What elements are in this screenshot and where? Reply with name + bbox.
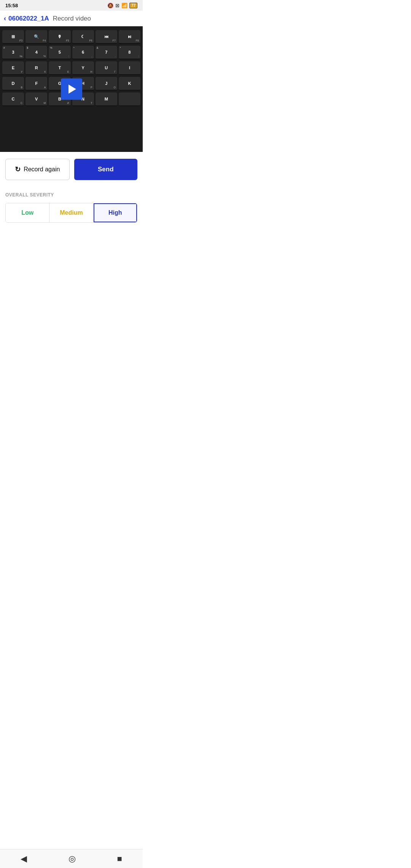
keyboard-row-1: ⊞F3 🔍F4 🎙F5 ☾F6 ⏮F7 ⏯F8 (2, 30, 140, 44)
key-c: CС (2, 93, 24, 106)
key-f3: ⊞F3 (2, 30, 24, 44)
key-y: YН (72, 61, 94, 75)
key-f7: ⏮F7 (96, 30, 117, 44)
status-time: 15:58 (5, 3, 18, 8)
send-button[interactable]: Send (74, 159, 138, 180)
key-k: K (119, 77, 140, 91)
key-6: ^ 6 , (72, 46, 94, 59)
keyboard-row-2: # 3 № $ 4 % % 5 : ^ 6 , & 7 . (2, 46, 140, 59)
file-title: 06062022_1A (8, 15, 49, 22)
severity-title: OVERALL SEVERITY (5, 192, 137, 198)
key-d: DВ (2, 77, 24, 91)
play-button[interactable] (61, 78, 82, 100)
page-title: Record video (53, 15, 91, 22)
record-again-button[interactable]: ↻ Record again (5, 159, 70, 180)
refresh-icon: ↻ (15, 165, 21, 174)
key-u: UГ (96, 61, 117, 75)
severity-medium-button[interactable]: Medium (49, 203, 93, 222)
key-t: TЕ (49, 61, 70, 75)
back-button[interactable]: ‹ (4, 14, 6, 22)
key-blank (119, 93, 140, 106)
key-i: I (119, 61, 140, 75)
key-f5: 🎙F5 (49, 30, 70, 44)
wifi-icon: 📶 (121, 3, 127, 8)
action-buttons-row: ↻ Record again Send (0, 152, 143, 187)
key-5: % 5 : (49, 46, 70, 59)
key-8: * 8 : (119, 46, 140, 59)
status-bar: 15:58 🔕 ⊠ 📶 77 (0, 0, 143, 11)
key-f: FА (25, 77, 47, 91)
key-v: VМ (25, 93, 47, 106)
keyboard-row-3: EУ RК TЕ YН UГ I (2, 61, 140, 75)
header: ‹ 06062022_1A Record video (0, 11, 143, 26)
key-7: & 7 . (96, 46, 117, 59)
battery-icon: 77 (129, 3, 137, 8)
severity-low-button[interactable]: Low (6, 203, 49, 222)
severity-section: OVERALL SEVERITY Low Medium High (0, 187, 143, 223)
key-4: $ 4 % (25, 46, 47, 59)
severity-selector: Low Medium High (5, 203, 137, 223)
key-e: EУ (2, 61, 24, 75)
key-f4: 🔍F4 (25, 30, 47, 44)
key-f8: ⏯F8 (119, 30, 140, 44)
key-j: JО (96, 77, 117, 91)
status-icons: 🔕 ⊠ 📶 77 (107, 3, 137, 8)
key-3: # 3 № (2, 46, 24, 59)
video-player[interactable]: ⊞F3 🔍F4 🎙F5 ☾F6 ⏮F7 ⏯F8 # 3 № (0, 26, 143, 152)
key-r: RК (25, 61, 47, 75)
key-f6: ☾F6 (72, 30, 94, 44)
record-again-label: Record again (24, 166, 60, 173)
close-icon: ⊠ (115, 3, 119, 8)
severity-high-button[interactable]: High (94, 203, 137, 222)
play-icon (68, 85, 76, 94)
mute-icon: 🔕 (107, 3, 113, 8)
key-m: M (96, 93, 117, 106)
